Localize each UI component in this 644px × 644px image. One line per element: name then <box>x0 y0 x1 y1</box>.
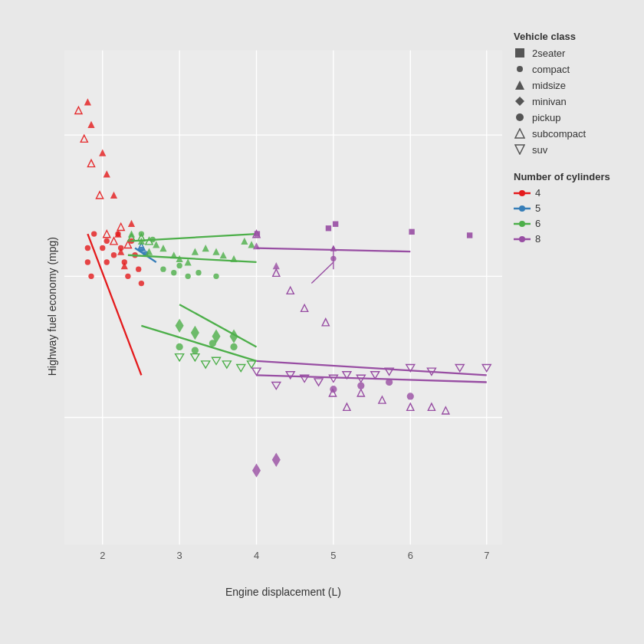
svg-marker-153 <box>515 145 524 154</box>
svg-text:2: 2 <box>100 550 105 561</box>
svg-rect-0 <box>64 51 502 545</box>
x-axis-label: Engine displacement (L) <box>64 580 502 598</box>
svg-point-143 <box>407 393 414 399</box>
vehicle-class-legend-title: Vehicle class <box>514 31 636 42</box>
svg-point-21 <box>85 259 90 264</box>
legend-label-pickup: pickup <box>532 112 561 123</box>
svg-point-141 <box>357 383 364 389</box>
svg-point-97 <box>209 340 216 347</box>
svg-point-82 <box>196 270 201 275</box>
chart-container: Highway fuel economy (mpg) <box>0 0 644 644</box>
legend-label-5cyl: 5 <box>535 202 540 214</box>
svg-point-35 <box>139 281 144 286</box>
legend-item-minivan: minivan <box>514 95 636 107</box>
svg-point-80 <box>176 263 182 268</box>
svg-point-161 <box>519 236 525 242</box>
svg-marker-150 <box>515 97 524 106</box>
svg-point-157 <box>519 205 525 212</box>
svg-point-78 <box>160 266 166 271</box>
compact-symbol <box>514 63 526 75</box>
svg-point-81 <box>185 274 190 279</box>
svg-rect-110 <box>333 222 338 227</box>
legend-label-6cyl: 6 <box>535 218 540 229</box>
legend-label-2seater: 2seater <box>532 48 565 59</box>
svg-point-159 <box>519 221 525 227</box>
legend-item-midsize: midsize <box>514 79 636 91</box>
svg-text:5: 5 <box>330 550 336 561</box>
svg-point-140 <box>330 386 337 393</box>
svg-rect-109 <box>326 225 331 231</box>
2seater-symbol <box>514 47 526 59</box>
svg-point-20 <box>85 245 90 251</box>
svg-rect-147 <box>515 48 524 58</box>
svg-text:3: 3 <box>177 550 182 561</box>
legend-item-subcompact: subcompact <box>514 127 636 140</box>
legend-item-8cyl: 8 <box>514 233 636 245</box>
svg-text:4: 4 <box>254 550 259 561</box>
svg-rect-106 <box>409 229 414 235</box>
svg-point-151 <box>516 113 524 121</box>
svg-marker-152 <box>515 129 524 138</box>
svg-point-24 <box>100 245 105 251</box>
legend-label-compact: compact <box>532 64 570 75</box>
svg-point-22 <box>88 274 94 279</box>
legend-item-pickup: pickup <box>514 111 636 123</box>
plot-area: 2 3 4 5 6 7 40 30 20 <box>64 15 502 580</box>
legend-item-6cyl: 6 <box>514 218 636 229</box>
svg-point-98 <box>230 343 237 350</box>
legend-item-suv: suv <box>514 143 636 156</box>
svg-point-25 <box>104 259 110 264</box>
suv-symbol <box>514 143 526 156</box>
plot-svg: 2 3 4 5 6 7 40 30 20 <box>64 15 502 580</box>
subcompact-symbol <box>514 127 526 140</box>
pickup-symbol <box>514 111 526 123</box>
minivan-symbol <box>514 95 526 107</box>
legend-label-8cyl: 8 <box>535 233 540 245</box>
cylinders-legend-title: Number of cylinders <box>514 171 636 182</box>
svg-point-26 <box>104 238 110 244</box>
legend-label-suv: suv <box>532 144 547 156</box>
legend-area: Vehicle class 2seater compact <box>502 15 636 598</box>
legend-label-subcompact: subcompact <box>532 128 586 140</box>
legend-item-compact: compact <box>514 63 636 75</box>
svg-rect-107 <box>467 232 472 238</box>
svg-point-23 <box>91 231 97 236</box>
legend-item-2seater: 2seater <box>514 47 636 59</box>
svg-point-155 <box>519 190 525 196</box>
svg-point-31 <box>125 274 130 279</box>
svg-point-79 <box>171 270 176 275</box>
y-axis-label: Highway fuel economy (mpg) <box>46 237 58 376</box>
legend-label-midsize: midsize <box>532 80 566 91</box>
svg-point-111 <box>330 256 336 261</box>
svg-point-27 <box>111 252 117 258</box>
svg-point-148 <box>517 66 523 72</box>
svg-point-83 <box>213 274 219 279</box>
legend-label-minivan: minivan <box>532 96 567 107</box>
svg-point-96 <box>192 347 199 353</box>
legend-item-5cyl: 5 <box>514 202 636 214</box>
svg-point-95 <box>176 343 183 350</box>
midsize-symbol <box>514 79 526 91</box>
svg-text:7: 7 <box>484 550 489 561</box>
svg-point-34 <box>136 266 141 271</box>
legend-item-4cyl: 4 <box>514 187 636 199</box>
legend-label-4cyl: 4 <box>535 187 540 199</box>
svg-marker-149 <box>515 80 524 90</box>
svg-point-142 <box>386 379 393 386</box>
svg-text:6: 6 <box>408 550 413 561</box>
